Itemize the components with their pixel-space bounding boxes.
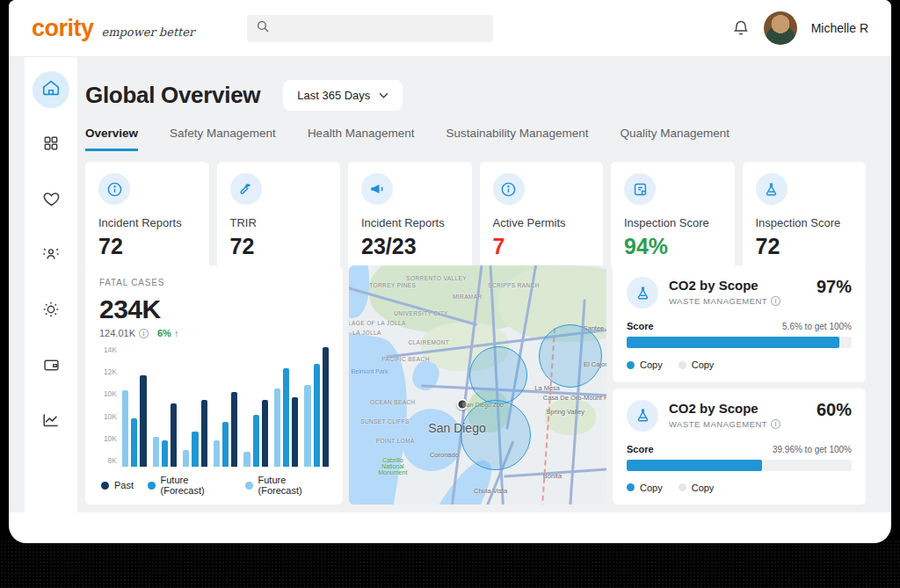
sun-icon — [41, 300, 61, 323]
san-diego-map[interactable]: TORREY PINESSORRENTO VALLEYSCRIPPS RANCH… — [349, 265, 606, 505]
kpi-card[interactable]: Incident Reports 72 — [85, 162, 209, 271]
apps-grid-icon — [42, 134, 60, 156]
bar[interactable] — [192, 432, 198, 467]
kpi-label: Inspection Score — [756, 216, 853, 229]
tab-quality-management[interactable]: Quality Management — [621, 127, 730, 151]
tab-overview[interactable]: Overview — [85, 127, 138, 151]
info-circle-icon — [493, 173, 525, 205]
sidebar-item-environment[interactable] — [33, 293, 69, 330]
bar[interactable] — [253, 415, 259, 467]
kpi-label: Active Permits — [493, 216, 591, 229]
map-label-la-mesa: La Mesa — [534, 383, 560, 391]
app-window: cority empower better Michelle R — [9, 0, 891, 543]
legend-label: Copy — [692, 359, 715, 370]
bar[interactable] — [262, 400, 268, 467]
wallet-icon — [42, 356, 61, 378]
fatal-cases-subvalue: 124.01K — [99, 328, 135, 338]
kpi-value: 72 — [230, 234, 328, 259]
search-bar[interactable] — [247, 15, 493, 42]
map-label-ocean-beach: OCEAN BEACH — [370, 399, 416, 405]
co2-legend-item[interactable]: Copy — [679, 483, 715, 493]
notification-bell-icon[interactable] — [732, 19, 750, 37]
bar[interactable] — [140, 375, 146, 467]
brand[interactable]: cority empower better — [32, 15, 194, 42]
bar[interactable] — [162, 440, 168, 467]
info-icon[interactable]: i — [771, 296, 780, 306]
bar[interactable] — [171, 403, 177, 467]
sidebar-item-health[interactable] — [33, 182, 69, 219]
score-note: 5.6% to get 100% — [782, 322, 852, 331]
kpi-card[interactable]: Incident Reports 23/23 — [348, 162, 472, 271]
sidebar-item-wallet[interactable] — [33, 348, 69, 385]
legend-label: Copy — [640, 359, 663, 370]
info-icon[interactable]: i — [771, 419, 780, 429]
date-range-label: Last 365 Days — [297, 89, 370, 102]
legend-dot — [679, 361, 686, 369]
legend-item: Future (Forecast) — [148, 475, 231, 496]
sidebar-item-analytics[interactable] — [33, 403, 69, 440]
y-axis-tick: 10K — [104, 412, 117, 421]
bar[interactable] — [214, 440, 220, 467]
map-label-university-city: UNIVERSITY CITY — [394, 310, 448, 316]
co2-legend-item[interactable]: Copy — [679, 359, 715, 370]
bar[interactable] — [292, 397, 298, 467]
legend-dot — [627, 483, 635, 491]
arrow-up-icon: ↑ — [174, 328, 179, 338]
sidebar-item-apps[interactable] — [33, 127, 69, 163]
date-range-dropdown[interactable]: Last 365 Days — [283, 80, 403, 111]
kpi-label: Incident Reports — [361, 216, 459, 229]
co2-value: 60% — [817, 400, 852, 420]
bar[interactable] — [274, 388, 280, 467]
map-label-la-jolla: LA JOLLA — [352, 330, 381, 336]
bar[interactable] — [304, 385, 310, 467]
co2-title: CO2 by Scope — [669, 278, 780, 293]
co2-card[interactable]: CO2 by Scope WASTE MANAGEMENT i 97% Scor… — [613, 265, 866, 382]
bar[interactable] — [283, 368, 289, 467]
bar-group — [304, 345, 329, 467]
bar-group — [214, 345, 238, 467]
kpi-card[interactable]: TRIR 72 — [217, 162, 341, 271]
search-input[interactable] — [277, 22, 484, 35]
co2-card[interactable]: CO2 by Scope WASTE MANAGEMENT i 60% Scor… — [613, 388, 866, 505]
kpi-card[interactable]: Active Permits 7 — [480, 162, 604, 271]
info-icon[interactable]: i — [139, 329, 149, 338]
top-header: cority empower better Michelle R — [9, 0, 891, 57]
co2-legend: CopyCopy — [627, 359, 852, 370]
bar[interactable] — [323, 347, 329, 467]
tab-safety-management[interactable]: Safety Management — [170, 127, 276, 151]
map-label-clairemont: CLAIREMONT — [409, 339, 450, 345]
bar[interactable] — [153, 437, 159, 467]
bar[interactable] — [131, 418, 137, 467]
co2-legend-item[interactable]: Copy — [627, 483, 663, 493]
kpi-value: 72 — [98, 234, 196, 259]
tab-health-management[interactable]: Health Management — [308, 127, 415, 151]
map-data-circle[interactable] — [461, 400, 531, 470]
search-icon — [256, 19, 270, 37]
sidebar-item-home[interactable] — [33, 71, 69, 108]
kpi-card[interactable]: Inspection Score 72 — [743, 162, 867, 271]
main-panel: Global Overview Last 365 Days OverviewSa… — [85, 57, 866, 512]
tab-sustainability-management[interactable]: Sustainability Management — [446, 127, 588, 151]
user-name[interactable]: Michelle R — [811, 21, 868, 35]
bar[interactable] — [201, 400, 207, 467]
co2-legend-item[interactable]: Copy — [627, 359, 663, 370]
co2-legend: CopyCopy — [627, 483, 852, 493]
kpi-card[interactable]: Inspection Score 94% — [611, 162, 735, 271]
legend-dot — [245, 482, 253, 490]
bar-group — [243, 345, 268, 467]
bar[interactable] — [222, 422, 229, 467]
y-axis-tick: 12K — [104, 367, 117, 376]
user-avatar[interactable] — [764, 11, 797, 45]
bar[interactable] — [183, 450, 189, 467]
bar-group — [183, 345, 207, 467]
legend-dot — [679, 483, 686, 491]
bar[interactable] — [231, 392, 237, 467]
bar-group — [153, 345, 178, 467]
map-label-el-cajon: El Cajon — [584, 359, 606, 367]
map-data-circle[interactable] — [539, 324, 602, 388]
sidebar-item-people[interactable] — [33, 237, 69, 274]
bar[interactable] — [243, 452, 250, 467]
map-data-circle[interactable] — [469, 346, 527, 404]
bar[interactable] — [314, 364, 320, 467]
bar[interactable] — [122, 390, 128, 467]
